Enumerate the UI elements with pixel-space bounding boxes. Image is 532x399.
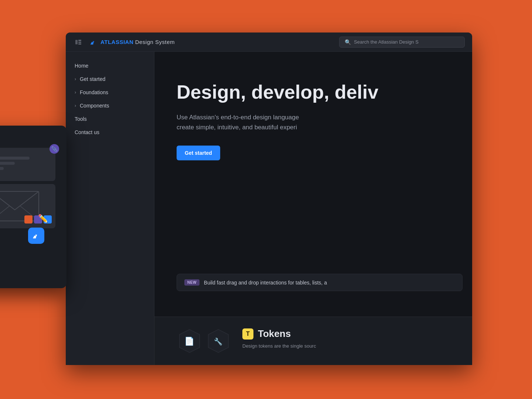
atlassian-small-icon [28, 228, 44, 244]
new-banner: NEW Build fast drag and drop interaction… [177, 274, 463, 291]
svg-rect-0 [75, 40, 78, 44]
card-top: ✓ 📎 [0, 148, 55, 181]
sidebar-item-components[interactable]: › Components [66, 99, 154, 112]
sidebar: Home › Get started › Foundations › Compo… [66, 52, 154, 365]
search-bar[interactable]: 🔍 Search the Atlassian Design S [339, 37, 465, 48]
hex-group: 📄 🔧 [177, 328, 231, 354]
hexagon-1: 📄 [177, 328, 202, 354]
search-icon: 🔍 [345, 39, 351, 45]
sidebar-item-get-started[interactable]: › Get started [66, 72, 154, 86]
nav-tools-label: Tools [75, 116, 87, 122]
nav-home-label: Home [75, 63, 88, 69]
card-line-2 [0, 162, 15, 165]
sidebar-item-tools[interactable]: Tools [66, 112, 154, 126]
nav-get-started-label: Get started [80, 76, 105, 82]
atlassian-small-svg [32, 231, 41, 240]
get-started-button[interactable]: Get started [177, 146, 220, 160]
nav-components-label: Components [80, 103, 109, 109]
tokens-description: Design tokens are the single sourc [242, 342, 450, 350]
sidebar-item-home[interactable]: Home [66, 59, 154, 72]
new-banner-text: Build fast drag and drop interactions fo… [204, 280, 327, 286]
hero-description: Use Atlassian's end-to-end design langua… [177, 112, 398, 132]
swatch-orange [24, 215, 33, 224]
main-content: Design, develop, deliv Use Atlassian's e… [154, 52, 472, 365]
hero-section: Design, develop, deliv Use Atlassian's e… [154, 52, 472, 175]
main-layout: Home › Get started › Foundations › Compo… [66, 52, 472, 365]
atlassian-logo-icon [89, 38, 98, 46]
attach-icon: 📎 [50, 144, 59, 154]
svg-rect-2 [78, 42, 81, 42]
tokens-info: T Tokens Design tokens are the single so… [242, 328, 450, 350]
chevron-right-icon: › [75, 103, 76, 108]
search-placeholder-text: Search the Atlassian Design S [354, 39, 419, 45]
sidebar-item-foundations[interactable]: › Foundations [66, 86, 154, 99]
nav-contact-label: Contact us [75, 129, 99, 135]
sidebar-item-contact-us[interactable]: Contact us [66, 126, 154, 139]
hexagon-2: 🔧 [205, 328, 231, 354]
svg-text:🔧: 🔧 [214, 337, 223, 346]
nav-foundations-label: Foundations [80, 89, 108, 95]
tokens-section: 📄 🔧 T Tokens Design tokens are the si [154, 317, 472, 365]
chevron-right-icon: › [75, 76, 76, 82]
card-line-1 [0, 157, 30, 160]
pen-icon: ✏️ [38, 214, 48, 224]
floating-illustration-card: 📁 ✓ 📎 [0, 126, 66, 288]
svg-rect-1 [78, 40, 81, 41]
tokens-title-row: T Tokens [242, 328, 450, 340]
brand-atlassian-text: ATLASSIAN Design System [100, 39, 175, 45]
tokens-heading: Tokens [258, 328, 291, 340]
brand-logo: ATLASSIAN Design System [89, 38, 175, 46]
card-line-3 [0, 167, 4, 170]
svg-text:📄: 📄 [185, 336, 195, 346]
browser-header: ATLASSIAN Design System 🔍 Search the Atl… [66, 33, 472, 52]
browser-window: ATLASSIAN Design System 🔍 Search the Atl… [66, 33, 472, 365]
hero-title: Design, develop, deliv [177, 81, 450, 103]
svg-rect-3 [78, 44, 81, 44]
chevron-right-icon: › [75, 90, 76, 95]
sidebar-toggle-button[interactable] [73, 37, 83, 47]
tokens-icon: T [242, 328, 253, 340]
new-badge: NEW [184, 279, 200, 286]
